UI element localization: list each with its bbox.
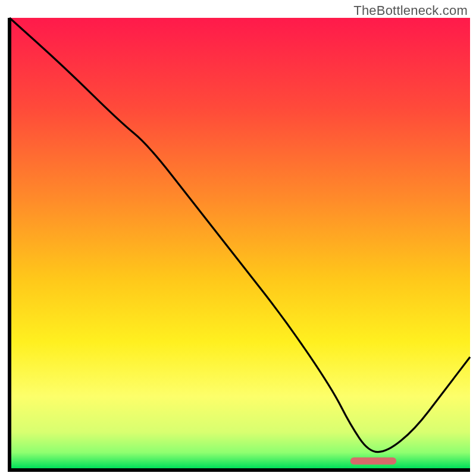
chart-container: TheBottleneck.com: [0, 0, 476, 476]
chart-svg: [0, 0, 476, 476]
plot-background: [11, 18, 470, 468]
optimal-marker: [350, 458, 396, 465]
watermark-text: TheBottleneck.com: [353, 3, 468, 18]
